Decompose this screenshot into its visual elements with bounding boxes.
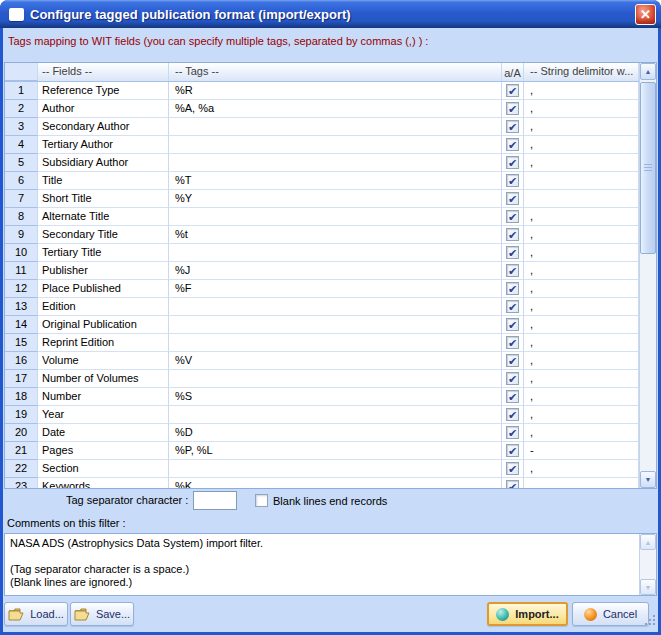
delimiter-cell[interactable] [524,478,639,488]
blank-lines-checkbox[interactable] [255,494,268,507]
aA-checkbox[interactable]: ✔ [506,282,519,295]
tags-cell[interactable]: %t [169,226,502,244]
aA-checkbox[interactable]: ✔ [506,156,519,169]
aA-checkbox[interactable]: ✔ [506,354,519,367]
delimiter-cell[interactable] [524,172,639,190]
import-button[interactable]: Import... [487,602,568,626]
cancel-button[interactable]: Cancel [572,602,649,626]
field-cell: Volume [38,352,169,370]
comments-scrollbar[interactable]: ▲ ▼ [639,534,656,595]
load-button[interactable]: Load... [4,602,68,626]
tags-cell[interactable] [169,118,502,136]
tags-cell[interactable]: %Y [169,190,502,208]
scroll-up-button[interactable]: ▲ [640,63,656,80]
tags-cell[interactable]: %V [169,352,502,370]
table-scrollbar[interactable]: ▲ ▼ [639,63,656,488]
delimiter-cell[interactable]: , [524,136,639,154]
scroll-thumb[interactable] [640,82,656,254]
aA-cell: ✔ [502,352,524,370]
delimiter-cell[interactable]: , [524,208,639,226]
save-button[interactable]: Save... [70,602,134,626]
delimiter-cell[interactable]: , [524,118,639,136]
tags-cell[interactable] [169,136,502,154]
close-button[interactable]: ✕ [635,4,656,25]
delimiter-cell[interactable]: , [524,226,639,244]
dialog-body: Tags mapping to WIT fields (you can spec… [3,28,658,632]
aA-checkbox[interactable]: ✔ [506,426,519,439]
delimiter-cell[interactable]: , [524,316,639,334]
aA-checkbox[interactable]: ✔ [506,264,519,277]
aA-checkbox[interactable]: ✔ [506,246,519,259]
aA-checkbox[interactable]: ✔ [506,210,519,223]
tags-cell[interactable]: %F [169,280,502,298]
delimiter-cell[interactable]: , [524,82,639,100]
tags-cell[interactable] [169,154,502,172]
header-aA[interactable]: a/A [502,63,524,81]
aA-checkbox[interactable]: ✔ [506,84,519,97]
titlebar[interactable]: Configure tagged publication format (imp… [0,0,661,28]
aA-checkbox[interactable]: ✔ [506,480,519,488]
delimiter-cell[interactable]: , [524,100,639,118]
row-number-cell: 11 [5,262,38,280]
aA-checkbox[interactable]: ✔ [506,390,519,403]
header-tags[interactable]: -- Tags -- [169,63,502,81]
tags-cell[interactable] [169,370,502,388]
aA-checkbox[interactable]: ✔ [506,192,519,205]
delimiter-cell[interactable]: , [524,262,639,280]
delimiter-cell[interactable]: , [524,154,639,172]
tags-cell[interactable] [169,316,502,334]
scroll-down-button[interactable]: ▼ [640,471,656,488]
aA-checkbox[interactable]: ✔ [506,120,519,133]
delimiter-cell[interactable]: , [524,334,639,352]
tags-cell[interactable] [169,460,502,478]
tags-cell[interactable] [169,244,502,262]
delimiter-cell[interactable]: , [524,352,639,370]
aA-checkbox[interactable]: ✔ [506,102,519,115]
header-delimiter[interactable]: -- String delimitor w... [524,63,639,81]
tags-cell[interactable]: %R [169,82,502,100]
delimiter-cell[interactable] [524,190,639,208]
aA-checkbox[interactable]: ✔ [506,336,519,349]
tag-separator-input[interactable] [193,491,237,510]
tags-cell[interactable]: %A, %a [169,100,502,118]
tags-cell[interactable] [169,334,502,352]
aA-cell: ✔ [502,100,524,118]
field-cell: Secondary Author [38,118,169,136]
header-fields[interactable]: -- Fields -- [38,63,169,81]
delimiter-cell[interactable]: , [524,460,639,478]
header-rownum[interactable] [5,63,38,81]
load-button-label: Load... [30,608,64,620]
comments-text[interactable]: NASA ADS (Astrophysics Data System) impo… [5,534,638,595]
delimiter-cell[interactable]: , [524,388,639,406]
aA-checkbox[interactable]: ✔ [506,318,519,331]
aA-checkbox[interactable]: ✔ [506,462,519,475]
delimiter-cell[interactable]: , [524,406,639,424]
comments-scroll-down-button[interactable]: ▼ [640,579,656,595]
tags-cell[interactable]: %K [169,478,502,488]
tags-cell[interactable] [169,208,502,226]
aA-checkbox[interactable]: ✔ [506,300,519,313]
delimiter-cell[interactable]: , [524,280,639,298]
table-row: 1Reference Type%R✔, [5,82,639,100]
tags-cell[interactable] [169,406,502,424]
tags-cell[interactable] [169,298,502,316]
tags-cell[interactable]: %P, %L [169,442,502,460]
delimiter-cell[interactable]: , [524,424,639,442]
aA-checkbox[interactable]: ✔ [506,228,519,241]
comments-scroll-up-button[interactable]: ▲ [640,534,656,550]
aA-checkbox[interactable]: ✔ [506,138,519,151]
delimiter-cell[interactable]: , [524,298,639,316]
tags-cell[interactable]: %D [169,424,502,442]
aA-checkbox[interactable]: ✔ [506,408,519,421]
comments-box[interactable]: NASA ADS (Astrophysics Data System) impo… [4,533,657,596]
aA-checkbox[interactable]: ✔ [506,372,519,385]
aA-checkbox[interactable]: ✔ [506,174,519,187]
aA-checkbox[interactable]: ✔ [506,444,519,457]
tags-cell[interactable]: %T [169,172,502,190]
resize-grip[interactable] [644,612,656,630]
tags-cell[interactable]: %S [169,388,502,406]
delimiter-cell[interactable]: , [524,244,639,262]
delimiter-cell[interactable]: - [524,442,639,460]
tags-cell[interactable]: %J [169,262,502,280]
delimiter-cell[interactable]: , [524,370,639,388]
